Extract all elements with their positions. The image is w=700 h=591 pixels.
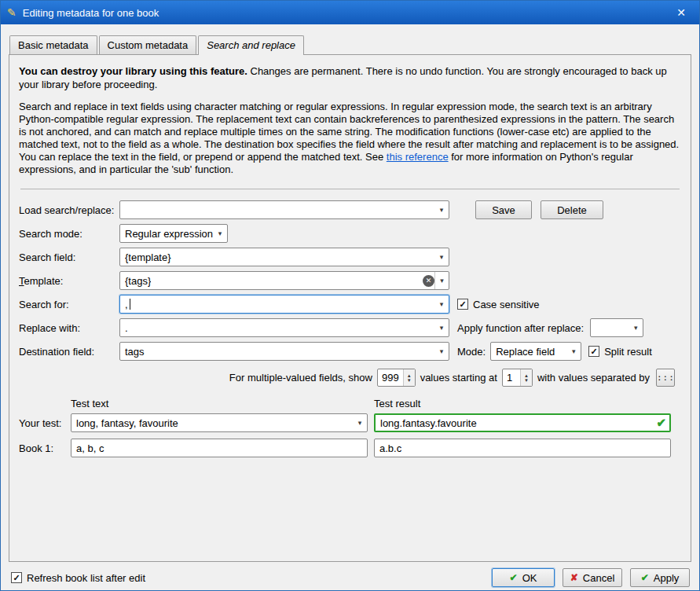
mode-label: Mode:: [457, 346, 486, 358]
template-row: Template: {tags} ✕ ▾: [19, 271, 681, 290]
your-test-row: Your test: long, fantasy, favourite ▾ lo…: [19, 413, 681, 432]
destination-field-combo[interactable]: tags ▾: [119, 342, 449, 361]
search-mode-row: Search mode: Regular expression ▾: [19, 224, 681, 243]
start-at-spinner[interactable]: 1 ▲▼: [502, 369, 533, 387]
spinner-arrows[interactable]: ▲▼: [403, 369, 415, 386]
search-field-label: Search field:: [19, 251, 119, 263]
chevron-down-icon: ▾: [353, 419, 367, 427]
tab-bar: Basic metadata Custom metadata Search an…: [1, 24, 699, 54]
book-1-value: a, b, c: [76, 442, 104, 454]
chevron-down-icon: ▾: [566, 347, 581, 355]
apply-check-icon: ✔: [641, 572, 649, 583]
case-sensitive-checkbox[interactable]: ✓ Case sensitive: [457, 299, 540, 310]
chevron-down-icon: ▾: [434, 206, 449, 214]
book-1-row: Book 1: a, b, c a.b.c: [19, 439, 681, 457]
search-for-label: Search for:: [19, 299, 119, 310]
apply-function-combo[interactable]: ▾: [590, 318, 643, 337]
load-search-replace-combo[interactable]: ▾: [119, 200, 449, 219]
ok-check-icon: ✔: [510, 572, 518, 583]
test-text-header: Test text: [71, 398, 368, 409]
search-field-row: Search field: {template} ▾: [19, 248, 681, 266]
close-button[interactable]: ✕: [663, 1, 699, 24]
dialog-footer: ✓ Refresh book list after edit ✔ OK ✘ Ca…: [1, 562, 699, 591]
tab-basic-metadata[interactable]: Basic metadata: [9, 35, 97, 55]
destination-field-row: Destination field: tags ▾ Mode: Replace …: [19, 342, 681, 361]
chevron-down-icon: ▾: [213, 229, 227, 237]
tab-search-and-replace[interactable]: Search and replace: [198, 35, 304, 55]
split-result-label: Split result: [604, 346, 652, 358]
chevron-down-icon: ▾: [434, 272, 449, 289]
warning-bold-text: You can destroy your library using this …: [19, 65, 247, 77]
warning-text: You can destroy your library using this …: [19, 64, 681, 91]
search-for-row: Search for: , ▾ ✓ Case sensitive: [19, 295, 681, 314]
clear-icon[interactable]: ✕: [423, 275, 434, 287]
ok-button-label: OK: [522, 572, 537, 584]
your-test-result[interactable]: long.fantasy.favourite ✔: [374, 413, 671, 432]
spinner-arrows[interactable]: ▲▼: [520, 369, 532, 386]
replace-with-value: .: [125, 322, 128, 334]
split-result-checkbox[interactable]: ✓ Split result: [588, 346, 652, 358]
replace-with-row: Replace with: . ▾ Apply function after r…: [19, 318, 681, 337]
mode-combo[interactable]: Replace field ▾: [490, 342, 581, 361]
cancel-button[interactable]: ✘ Cancel: [563, 568, 622, 587]
chevron-down-icon: ▾: [434, 253, 449, 261]
chevron-down-icon: ▾: [629, 324, 643, 332]
save-button[interactable]: Save: [475, 200, 532, 219]
your-test-value: long, fantasy, favourite: [76, 417, 178, 429]
load-search-replace-label: Load search/replace:: [19, 204, 119, 216]
multi-values-text-3: with values separated by: [537, 372, 650, 384]
book-1-label: Book 1:: [19, 442, 71, 454]
cancel-x-icon: ✘: [570, 572, 578, 583]
description-text: Search and replace in text fields using …: [19, 101, 681, 176]
search-for-input[interactable]: , ▾: [119, 295, 449, 314]
search-mode-label: Search mode:: [19, 228, 119, 240]
template-label: Template:: [19, 275, 119, 287]
delete-button[interactable]: Delete: [541, 200, 603, 219]
replace-with-label: Replace with:: [19, 322, 119, 334]
tab-custom-metadata[interactable]: Custom metadata: [99, 35, 197, 55]
apply-function-label: Apply function after replace:: [457, 322, 584, 334]
search-field-combo[interactable]: {template} ▾: [119, 248, 449, 266]
chevron-down-icon: ▾: [434, 300, 449, 308]
spin-down-icon[interactable]: ▼: [521, 378, 532, 383]
search-for-value: ,: [125, 299, 128, 310]
test-header-spacer: [19, 398, 71, 409]
refresh-book-list-label: Refresh book list after edit: [27, 572, 145, 584]
checkbox-box: ✓: [588, 346, 599, 357]
refresh-book-list-checkbox[interactable]: ✓ Refresh book list after edit: [11, 572, 145, 584]
reference-link[interactable]: this reference: [387, 151, 449, 163]
load-search-replace-row: Load search/replace: ▾ Save Delete: [19, 200, 681, 219]
show-values-value: 999: [378, 369, 403, 386]
show-values-spinner[interactable]: 999 ▲▼: [377, 369, 416, 387]
multiple-values-row: For multiple-valued fields, show 999 ▲▼ …: [19, 369, 681, 387]
destination-field-value: tags: [125, 346, 145, 358]
edit-metadata-dialog: ✎ Editing metadata for one book ✕ Basic …: [0, 0, 700, 591]
template-value: {tags}: [125, 275, 151, 287]
checkmark-icon: ✓: [459, 300, 466, 309]
spin-down-icon[interactable]: ▼: [404, 378, 415, 383]
ok-button[interactable]: ✔ OK: [492, 568, 555, 587]
replace-with-combo[interactable]: . ▾: [119, 318, 449, 337]
start-at-value: 1: [503, 369, 520, 386]
values-separator-button[interactable]: :::: [656, 369, 675, 387]
checkmark-icon: ✓: [591, 347, 598, 356]
multi-values-text-1: For multiple-valued fields, show: [229, 372, 372, 384]
section-divider: [20, 189, 680, 189]
search-field-value: {template}: [125, 251, 171, 263]
search-mode-combo[interactable]: Regular expression ▾: [119, 224, 228, 243]
apply-button-label: Apply: [654, 572, 680, 584]
your-test-combo[interactable]: long, fantasy, favourite ▾: [71, 413, 368, 432]
search-mode-value: Regular expression: [125, 228, 213, 240]
chevron-down-icon: ▾: [434, 324, 449, 332]
checkmark-icon: ✓: [13, 574, 20, 582]
text-caret: [130, 299, 130, 310]
template-combo[interactable]: {tags} ✕ ▾: [119, 271, 449, 290]
your-test-result-value: long.fantasy.favourite: [380, 417, 477, 429]
window-title: Editing metadata for one book: [23, 7, 663, 19]
book-1-input[interactable]: a, b, c: [71, 439, 368, 457]
success-check-icon: ✔: [656, 416, 666, 430]
multi-values-text-2: values starting at: [420, 372, 497, 384]
titlebar[interactable]: ✎ Editing metadata for one book ✕: [1, 1, 699, 24]
apply-button[interactable]: ✔ Apply: [630, 568, 690, 587]
book-1-result[interactable]: a.b.c: [374, 439, 671, 457]
